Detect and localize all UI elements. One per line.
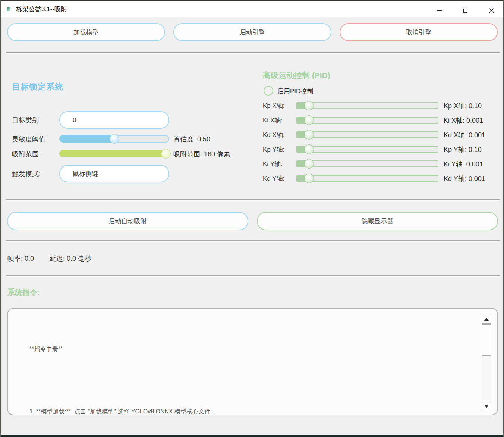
pid-section-title: 高级运动控制 (PID): [263, 70, 330, 81]
scrollbar-down-button[interactable]: [482, 402, 491, 411]
pid-value: Kp Y轴: 0.10: [444, 145, 482, 154]
target-class-value: 0: [73, 116, 76, 124]
snap-range-label: 吸附范围:: [12, 150, 41, 159]
pid-slider-ki-y[interactable]: [296, 160, 438, 167]
arrow-up-icon: [484, 318, 489, 321]
separator: [6, 199, 500, 200]
instructions-text-area[interactable]: **指令手册** 1. **模型加载:** 点击 "加载模型" 选择 YOLOv…: [7, 308, 498, 415]
instructions-title: 系统指令:: [7, 287, 40, 297]
snap-range-slider-thumb[interactable]: [161, 149, 171, 159]
separator: [6, 275, 500, 276]
scrollbar[interactable]: [482, 315, 491, 411]
separator: [6, 52, 500, 53]
minimize-button[interactable]: [431, 3, 448, 18]
enable-pid-label: 启用PID控制: [277, 87, 313, 96]
pid-slider-thumb[interactable]: [304, 144, 314, 154]
instructions-text: **指令手册** 1. **模型加载:** 点击 "加载模型" 选择 YOLOv…: [29, 323, 216, 415]
pid-label: Kp Y轴:: [263, 145, 284, 154]
start-engine-button[interactable]: 启动引擎: [173, 23, 331, 41]
pid-value: Ki Y轴: 0.001: [444, 160, 483, 169]
pid-slider-thumb[interactable]: [304, 101, 314, 110]
snap-range-slider[interactable]: [59, 150, 169, 157]
load-model-button[interactable]: 加载模型: [7, 23, 165, 41]
title-bar: 栋梁公益3.1--吸附: [1, 1, 503, 17]
target-class-select[interactable]: 0: [59, 111, 169, 129]
target-class-label: 目标类别:: [12, 116, 41, 125]
latency-status: 延迟: 0.0 毫秒: [50, 254, 91, 263]
close-button[interactable]: [483, 3, 500, 18]
pid-slider-thumb[interactable]: [304, 130, 314, 140]
pid-value: Kd X轴: 0.001: [444, 131, 485, 140]
fps-status: 帧率: 0.0: [7, 254, 34, 263]
instruction-line: **指令手册**: [29, 344, 216, 354]
scrollbar-up-button[interactable]: [482, 315, 491, 324]
trigger-mode-select[interactable]: 鼠标侧键: [59, 165, 169, 182]
pid-slider-kd-y[interactable]: [296, 175, 438, 182]
instruction-line: [29, 375, 216, 386]
pid-slider-kp-x[interactable]: [296, 102, 438, 109]
pid-slider-ki-x[interactable]: [296, 117, 438, 124]
trigger-mode-label: 触发模式:: [12, 169, 41, 178]
pid-label: Kd X轴:: [263, 131, 285, 139]
target-section-title: 目标锁定系统: [12, 81, 63, 93]
app-icon: [6, 6, 13, 12]
cancel-engine-button[interactable]: 取消引擎: [340, 23, 498, 41]
hide-display-button[interactable]: 隐藏显示器: [257, 212, 498, 230]
start-auto-snap-button[interactable]: 启动自动吸附: [7, 212, 248, 230]
pid-label: Ki Y轴:: [263, 160, 283, 168]
window-title: 栋梁公益3.1--吸附: [16, 1, 67, 17]
trigger-mode-value: 鼠标侧键: [73, 169, 98, 178]
scrollbar-thumb[interactable]: [482, 324, 491, 356]
pid-label: Ki X轴:: [263, 116, 283, 125]
maximize-button[interactable]: [457, 3, 474, 18]
pid-value: Kd Y轴: 0.001: [444, 174, 485, 183]
pid-label: Kp X轴:: [263, 102, 285, 110]
confidence-value: 置信度: 0.50: [173, 135, 210, 144]
sensitivity-slider[interactable]: [59, 135, 169, 143]
pid-slider-thumb[interactable]: [304, 174, 314, 183]
pid-value: Ki X轴: 0.001: [444, 116, 483, 125]
pid-slider-kd-x[interactable]: [296, 131, 438, 138]
snap-range-value: 吸附范围: 160 像素: [173, 150, 230, 159]
pid-slider-kp-y[interactable]: [296, 146, 438, 153]
maximize-icon: [463, 9, 467, 13]
pid-slider-thumb[interactable]: [304, 115, 314, 125]
separator: [6, 240, 500, 241]
app-window: 栋梁公益3.1--吸附 加载模型 启动引擎 取消引擎 目标锁定系统 目标类别: …: [0, 0, 504, 437]
arrow-down-icon: [484, 405, 489, 408]
pid-slider-thumb[interactable]: [304, 159, 314, 169]
enable-pid-radio[interactable]: [264, 86, 273, 96]
taskbar-edge: [1, 435, 503, 437]
minimize-icon: [437, 10, 442, 11]
pid-label: Kd Y轴:: [263, 174, 284, 183]
sensitivity-slider-thumb[interactable]: [110, 134, 119, 144]
instruction-line: 1. **模型加载:** 点击 "加载模型" 选择 YOLOv8 ONNX 模型…: [29, 406, 216, 415]
close-icon: [489, 8, 494, 13]
pid-value: Kp X轴: 0.10: [444, 102, 482, 110]
sensitivity-label: 灵敏度阈值:: [12, 135, 47, 144]
